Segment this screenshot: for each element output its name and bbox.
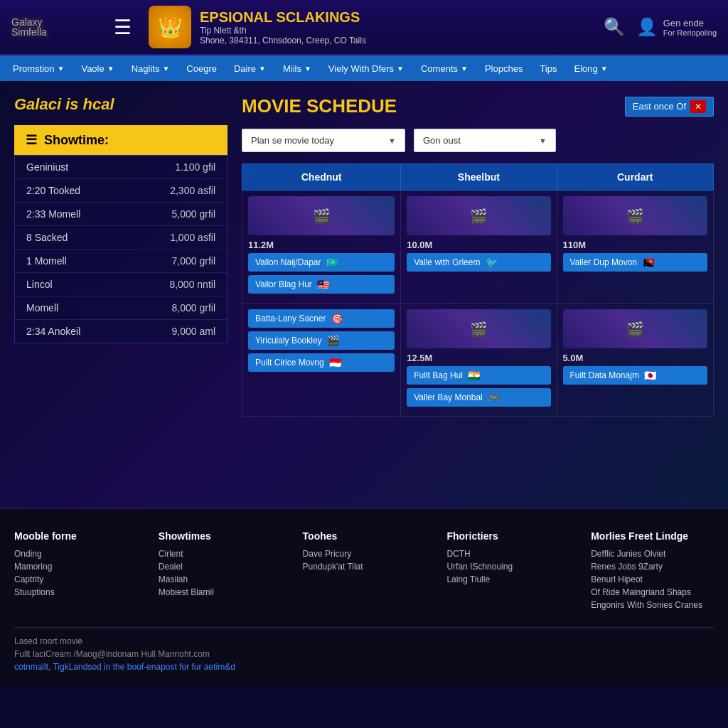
filter2-text: Gon oust bbox=[423, 135, 461, 146]
col-curdart: Curdart bbox=[557, 164, 713, 191]
flag-icon: 🇮🇩 bbox=[328, 358, 343, 368]
header: Galaxy Simfella ☰ 👑 EPSIONAL SCLAKINGS T… bbox=[0, 0, 728, 55]
footer-col-showtimes: Showtimes Cirlent Deaiel Masiiah Mobiest… bbox=[159, 530, 282, 613]
footer-link[interactable]: Defflic Junies Olviet bbox=[591, 549, 714, 559]
footer-link[interactable]: Masiiah bbox=[159, 574, 282, 584]
logo: Galaxy Simfella bbox=[11, 17, 97, 37]
movie-button-puilt[interactable]: Puilt Cirice Movng 🇮🇩 bbox=[248, 353, 395, 372]
nav-item-coegre[interactable]: Coegre bbox=[179, 55, 224, 81]
footer-link[interactable]: Captrity bbox=[14, 574, 137, 584]
movie-thumb-image: 🎬 bbox=[563, 196, 707, 235]
footer-bottom: Lased roort movie Fullt laciCream /Maog@… bbox=[14, 627, 714, 672]
nav-item-tips[interactable]: Tips bbox=[532, 55, 564, 81]
schedule-title: MOVIE SCHEDUE bbox=[242, 95, 397, 117]
showtime-list: Geniniust 1.100 gfil 2:20 Tooked 2,300 a… bbox=[14, 155, 228, 343]
footer-link[interactable]: DCTH bbox=[446, 549, 569, 559]
movie-button-valler-bay[interactable]: Valler Bay Monbal 🎮 bbox=[407, 388, 550, 407]
footer-link[interactable]: Benurl Hipeot bbox=[591, 574, 714, 584]
list-item: 2:34 Anokeil 9,000 aml bbox=[15, 320, 227, 343]
footer-link[interactable]: Of Ride Maingriand Shaps bbox=[591, 587, 714, 597]
footer-col-title: Showtimes bbox=[159, 530, 282, 542]
movie-button-batta[interactable]: Batta-Lany Sacner 🎯 bbox=[248, 309, 395, 328]
nav-item-miils[interactable]: Miils ▼ bbox=[276, 55, 318, 81]
chevron-down-icon: ▼ bbox=[397, 65, 404, 73]
footer-link[interactable]: Dave Pricury bbox=[303, 549, 426, 559]
footer-col-title: Fhorictiers bbox=[446, 530, 569, 542]
chevron-down-icon: ▼ bbox=[539, 136, 547, 145]
footer-link[interactable]: Renes Jobs 9Zarty bbox=[591, 562, 714, 572]
footer-link[interactable]: Onding bbox=[14, 549, 137, 559]
movie-button-fuilt-data[interactable]: Fuilt Data Monajm 🇯🇵 bbox=[563, 366, 707, 385]
schedule-area: MOVIE SCHEDUE East once Of ✕ Plan se mov… bbox=[228, 81, 728, 508]
footer-col-fhorictiers: Fhorictiers DCTH Urfan ISchnouing Laing … bbox=[446, 530, 569, 613]
movie-button-valler-dup[interactable]: Valler Dup Movon 🇵🇬 bbox=[563, 253, 707, 272]
col-sheelbut: Sheelbut bbox=[401, 164, 557, 191]
movie-thumb-image: 🎬 bbox=[407, 196, 550, 235]
movie-button-valle[interactable]: Valle with Grleem 🐦 bbox=[407, 253, 550, 272]
footer-link[interactable]: Laing Tiulle bbox=[446, 574, 569, 584]
sidebar-logo: Galaci is hcal bbox=[14, 95, 228, 114]
flag-icon: 🇯🇵 bbox=[643, 370, 658, 380]
footer-link[interactable]: Urfan ISchnouing bbox=[446, 562, 569, 572]
movie-thumbnail: 🎬 bbox=[248, 196, 395, 235]
movie-button-vallon[interactable]: Vallon Naij/Dapar 🇰🇿 bbox=[248, 253, 395, 272]
chevron-down-icon: ▼ bbox=[58, 65, 65, 73]
footer-bottom-text2: Fullt laciCream /Maog@indonam Hull Manri… bbox=[14, 649, 714, 659]
date-filter-select[interactable]: Gon oust ▼ bbox=[414, 129, 556, 152]
east-badge: East once Of ✕ bbox=[625, 97, 714, 117]
nav-item-plopches[interactable]: Plopches bbox=[478, 55, 530, 81]
movie-thumbnail: 🎬 bbox=[563, 309, 707, 348]
filter-row: Plan se movie today ▼ Gon oust ▼ bbox=[242, 129, 714, 152]
footer-link[interactable]: Pundupk'at Tilat bbox=[303, 562, 426, 572]
chevron-down-icon: ▼ bbox=[461, 65, 468, 73]
nav-item-coments[interactable]: Coments ▼ bbox=[414, 55, 475, 81]
col1-row1: 🎬 11.2M Vallon Naij/Dapar 🇰🇿 Vailor Blag… bbox=[242, 191, 401, 304]
footer-bottom-link[interactable]: cotnmallt, TigkLandsod in the boof-enapo… bbox=[14, 662, 714, 672]
movie-filter-select[interactable]: Plan se movie today ▼ bbox=[242, 129, 405, 152]
footer-link[interactable]: Stuuptions bbox=[14, 587, 137, 597]
crown-icon: 👑 bbox=[149, 6, 191, 48]
header-title: EPSIONAL SCLAKINGS bbox=[200, 9, 592, 26]
movie-button-yiri[interactable]: Yiriculaly Bookley 🎬 bbox=[248, 331, 395, 350]
footer-col-morlies: Morlies Freet Lindge Defflic Junies Olvi… bbox=[591, 530, 714, 613]
footer-link[interactable]: Engonirs With Sonies Cranes bbox=[591, 600, 714, 610]
showtime-label: Showtime: bbox=[44, 133, 109, 148]
hamburger-icon[interactable]: ☰ bbox=[114, 16, 132, 39]
flag-icon: 🎬 bbox=[326, 336, 341, 346]
movie-button-vailor[interactable]: Vailor Blag Hur 🇲🇾 bbox=[248, 275, 395, 294]
footer-bottom-text1: Lased roort movie bbox=[14, 636, 714, 646]
nav-item-viely[interactable]: Viely With Dfers ▼ bbox=[321, 55, 411, 81]
nav-item-naglits[interactable]: Naglits ▼ bbox=[124, 55, 177, 81]
col-chednut: Chednut bbox=[242, 164, 401, 191]
footer-link[interactable]: Cirlent bbox=[159, 549, 282, 559]
footer-col-toohes: Toohes Dave Pricury Pundupk'at Tilat bbox=[303, 530, 426, 613]
footer-col-title: Mooble forne bbox=[14, 530, 137, 542]
user-label: Gen ende bbox=[663, 18, 717, 28]
col2-row1: 🎬 10.0M Valle with Grleem 🐦 bbox=[401, 191, 557, 304]
search-icon[interactable]: 🔍 bbox=[604, 17, 625, 37]
footer-columns: Mooble forne Onding Mamoring Captrity St… bbox=[14, 530, 714, 613]
nav-item-promstion[interactable]: Promstion ▼ bbox=[6, 55, 71, 81]
nav-item-vaole[interactable]: Vaole ▼ bbox=[74, 55, 121, 81]
list-item: Geniniust 1.100 gfil bbox=[15, 156, 227, 179]
footer-link[interactable]: Mobiest Blamil bbox=[159, 587, 282, 597]
list-item: 2:33 Momell 5,000 grfil bbox=[15, 203, 227, 226]
movie-button-fulit[interactable]: Fulit Bag Hul 🇮🇳 bbox=[407, 366, 550, 385]
flag-icon: 🇵🇬 bbox=[641, 257, 655, 267]
flag-icon: 🎮 bbox=[487, 392, 501, 402]
header-right: 🔍 👤 Gen ende For Reriopoling bbox=[604, 17, 717, 37]
close-icon[interactable]: ✕ bbox=[690, 100, 706, 113]
showtime-header: ☰ Showtime: bbox=[14, 125, 228, 155]
footer-col-title: Morlies Freet Lindge bbox=[591, 530, 714, 542]
header-center: 👑 EPSIONAL SCLAKINGS Tip Nlett &th Shone… bbox=[149, 6, 592, 48]
chevron-down-icon: ▼ bbox=[388, 136, 396, 145]
chevron-down-icon: ▼ bbox=[304, 65, 311, 73]
menu-icon: ☰ bbox=[26, 132, 37, 148]
flag-icon: 🇰🇿 bbox=[326, 257, 340, 267]
footer-link[interactable]: Mamoring bbox=[14, 562, 137, 572]
col1-row2: Batta-Lany Sacner 🎯 Yiriculaly Bookley 🎬… bbox=[242, 304, 401, 417]
nav-item-elong[interactable]: Elong ▼ bbox=[567, 55, 614, 81]
nav-item-daire[interactable]: Daire ▼ bbox=[227, 55, 273, 81]
user-info: Gen ende For Reriopoling bbox=[663, 18, 717, 37]
footer-link[interactable]: Deaiel bbox=[159, 562, 282, 572]
